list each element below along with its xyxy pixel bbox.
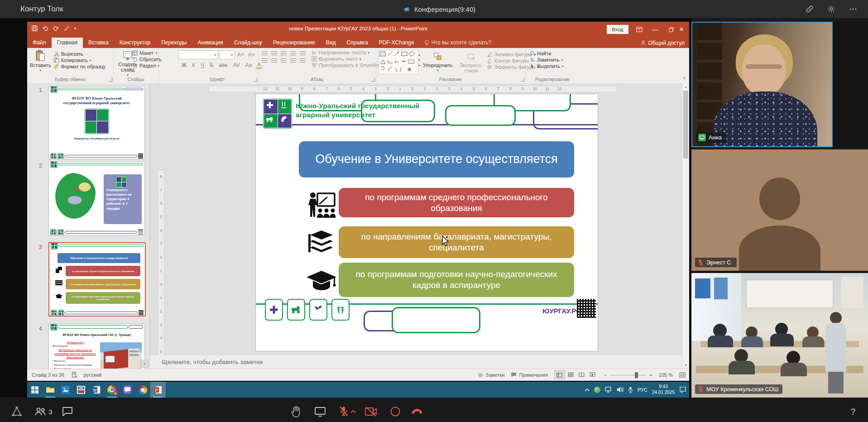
cut-button[interactable]: Вырезать — [54, 51, 106, 57]
slide-sorter-view-button[interactable] — [566, 370, 576, 379]
slide-thumbnail-4[interactable]: ФГБОУ ВО Южно-Уральский ГАУ (г. Троицк) … — [48, 324, 145, 369]
viber-icon[interactable] — [120, 382, 135, 398]
tab-transitions[interactable]: Переходы — [156, 38, 192, 48]
thumbnails-scroll-down-icon[interactable]: ▼ — [141, 360, 149, 368]
powerpoint-icon[interactable]: P — [150, 382, 166, 398]
line-spacing-icon[interactable] — [300, 51, 306, 55]
tab-view[interactable]: Вид — [321, 38, 341, 48]
spellcheck-icon[interactable] — [72, 372, 77, 378]
scroll-down-icon[interactable]: ▼ — [682, 362, 689, 369]
mail-app-icon[interactable] — [73, 382, 89, 398]
language-indicator[interactable]: русский — [84, 372, 101, 378]
minimize-button[interactable]: — — [647, 22, 663, 37]
tab-design[interactable]: Конструктор — [114, 38, 156, 48]
browser-icon[interactable] — [135, 382, 150, 398]
slide-thumbnail-1[interactable]: ФГБОУ ВО Южно-Уральский государственный … — [48, 86, 145, 159]
font-dialog-launcher[interactable] — [253, 77, 257, 82]
character-spacing-button[interactable]: AV — [231, 62, 241, 69]
raise-hand-button[interactable] — [289, 405, 302, 418]
photos-icon[interactable] — [58, 382, 73, 398]
justify-icon[interactable] — [290, 58, 296, 62]
slide-canvas[interactable]: Южно-Уральский государственный аграрный … — [256, 94, 598, 351]
notes-placeholder[interactable]: Щелкните, чтобы добавить заметки — [150, 355, 689, 369]
volume-icon[interactable] — [617, 387, 623, 393]
zoom-slider-knob[interactable] — [635, 372, 638, 378]
copy-link-icon[interactable] — [805, 4, 815, 14]
text-shadow-button[interactable]: abc — [217, 62, 229, 69]
microphone-tray-icon[interactable] — [628, 387, 633, 393]
tab-pdf-xchange[interactable]: PDF-XChange — [374, 38, 420, 48]
normal-view-button[interactable] — [554, 370, 565, 379]
notifications-icon[interactable] — [679, 387, 686, 393]
start-button[interactable] — [27, 382, 43, 398]
sign-in-button[interactable]: Вход — [607, 25, 628, 34]
tab-home[interactable]: Главная — [52, 38, 83, 48]
language-switch[interactable]: РУС — [638, 387, 647, 393]
drawing-dialog-launcher[interactable] — [520, 77, 524, 82]
format-painter-button[interactable]: Формат по образцу — [54, 64, 106, 69]
scrollbar-thumb[interactable] — [683, 91, 688, 158]
quick-styles-button[interactable]: Экспресс-стили — [455, 50, 487, 75]
change-case-button[interactable]: Aa — [244, 62, 253, 69]
columns-icon[interactable] — [300, 58, 306, 62]
tab-insert[interactable]: Вставка — [83, 38, 114, 48]
zoom-slider[interactable] — [610, 375, 646, 375]
paste-button[interactable]: Вставить▾ — [27, 48, 54, 75]
section-button[interactable]: Раздел▾ — [132, 63, 162, 68]
smartart-button[interactable]: Преобразовать в SmartArt▾ — [312, 62, 383, 68]
horizontal-ruler[interactable]: 1211109876543210123456789101112 — [208, 86, 617, 92]
help-button[interactable]: ? — [846, 405, 860, 418]
indent-increase-icon[interactable] — [290, 51, 296, 55]
tab-review[interactable]: Рецензирование — [268, 38, 321, 48]
word-icon[interactable]: W — [89, 382, 104, 398]
fit-to-window-icon[interactable] — [679, 372, 686, 378]
clipboard-dialog-launcher[interactable] — [108, 77, 112, 82]
record-button[interactable] — [388, 405, 402, 418]
bullets-icon[interactable] — [262, 51, 268, 55]
collapse-ribbon-icon[interactable]: ˄ — [683, 76, 686, 81]
notes-toggle[interactable]: Заметки — [478, 372, 504, 378]
italic-button[interactable]: К — [191, 62, 197, 69]
chat-button[interactable] — [61, 405, 74, 418]
tab-file[interactable]: Файл — [27, 38, 52, 48]
underline-button[interactable]: Ч — [199, 62, 206, 69]
tab-animations[interactable]: Анимация — [192, 38, 229, 48]
zoom-out-button[interactable]: − — [604, 372, 607, 378]
font-name-select[interactable]: ▾ — [178, 50, 218, 59]
vertical-scrollbar[interactable]: ▲ ▼ — [682, 83, 689, 369]
text-direction-button[interactable]: Направление текста▾ — [312, 50, 383, 55]
slide-thumbnail-3-selected[interactable]: Обучение в Университете осуществляется п… — [48, 242, 146, 316]
align-right-icon[interactable] — [281, 58, 287, 62]
strikethrough-button[interactable]: S — [208, 62, 215, 69]
slideshow-view-button[interactable] — [588, 370, 598, 379]
indent-decrease-icon[interactable] — [281, 51, 287, 55]
antivirus-icon[interactable] — [594, 387, 600, 393]
camera-off-button[interactable] — [364, 405, 378, 418]
participants-button[interactable]: 3 — [33, 405, 54, 418]
reading-view-button[interactable] — [577, 370, 587, 379]
align-text-button[interactable]: Выровнять текст▾ — [312, 56, 383, 62]
explorer-icon[interactable] — [43, 382, 58, 398]
slide-thumbnail-2[interactable]: Университет расположен на территории 4 р… — [48, 161, 145, 235]
scroll-up-icon[interactable]: ▲ — [682, 83, 689, 90]
participant-tile-anna[interactable]: Анна — [691, 22, 868, 147]
grow-font-button[interactable]: A˄ — [236, 51, 245, 58]
arrange-button[interactable]: Упорядочить▾ — [420, 50, 455, 75]
close-button[interactable]: × — [674, 22, 689, 37]
tell-me-box[interactable]: Что вы хотите сделать? — [420, 38, 496, 48]
paragraph-dialog-launcher[interactable] — [371, 77, 375, 82]
tab-slideshow[interactable]: Слайд-шоу — [229, 38, 268, 48]
participant-tile-school[interactable]: МОУ Кременкульская СОШ — [691, 273, 868, 398]
align-center-icon[interactable] — [271, 58, 277, 62]
participant-tile-ernest[interactable]: Эрнест С. — [691, 149, 868, 271]
find-button[interactable]: Найти — [530, 51, 580, 56]
shrink-font-button[interactable]: A˅ — [247, 51, 256, 58]
zoom-level[interactable]: 105 % — [659, 372, 673, 378]
numbering-icon[interactable] — [271, 51, 277, 55]
ribbon-display-options-icon[interactable] — [632, 22, 647, 37]
chrome-icon[interactable]: A — [104, 382, 120, 398]
network-icon[interactable] — [605, 387, 612, 393]
comments-toggle[interactable]: Примечания — [511, 372, 548, 378]
layout-button[interactable]: Макет▾ — [132, 50, 162, 56]
settings-gear-icon[interactable] — [826, 4, 836, 14]
